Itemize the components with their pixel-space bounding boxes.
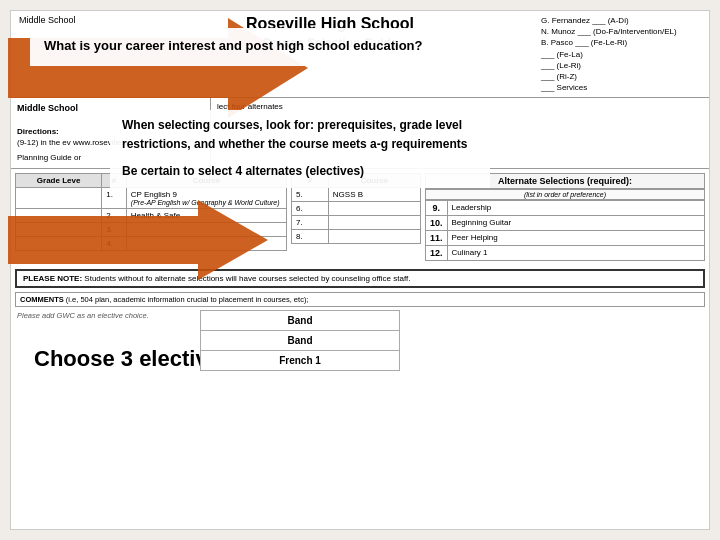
alt-row-12: 12. Culinary 1 xyxy=(426,245,705,260)
mid-num-5: 5. xyxy=(292,187,329,201)
counselor-line-2: N. Munoz ___ (Do-Fa/Intervention/EL) xyxy=(541,26,701,37)
course-name-1: CP English 9 xyxy=(131,190,282,199)
alt-num-10: 10. xyxy=(426,215,448,230)
mid-course-5: NGSS B xyxy=(328,187,420,201)
counselor-line-6: ___ (Ri-Z) xyxy=(541,71,701,82)
table-row: 7. xyxy=(292,215,421,229)
counselor-line-4: ___ (Fe-La) xyxy=(541,49,701,60)
counselor-line-1: G. Fernandez ___ (A-Di) xyxy=(541,15,701,26)
alt-course-10: Beginning Guitar xyxy=(447,215,704,230)
comments-section: COMMENTS (i.e, 504 plan, academic inform… xyxy=(15,292,705,307)
grade-level-header: Grade Leve xyxy=(16,173,102,187)
counselor-line-5: ___ (Le-Ri) xyxy=(541,60,701,71)
alt-row-10: 10. Beginning Guitar xyxy=(426,215,705,230)
alt-num-11: 11. xyxy=(426,230,448,245)
alt-course-9: Leadership xyxy=(447,200,704,215)
counselor-line-7: ___ Services xyxy=(541,82,701,93)
be-certain-text: Be certain to select 4 alternates (elect… xyxy=(122,162,478,181)
comments-label: COMMENTS xyxy=(20,295,64,304)
french-row: French 1 xyxy=(201,351,399,370)
band-row-2: Band xyxy=(201,331,399,351)
alt-row-11: 11. Peer Helping xyxy=(426,230,705,245)
table-row: 6. xyxy=(292,201,421,215)
mid-num-8: 8. xyxy=(292,229,329,243)
mid-course-8 xyxy=(328,229,420,243)
arrow-text-box: When selecting courses, look for: prereq… xyxy=(110,110,490,188)
mid-num-7: 7. xyxy=(292,215,329,229)
course-selection-overlay: Band Band French 1 xyxy=(200,310,400,371)
when-selecting-text: When selecting courses, look for: prereq… xyxy=(122,116,478,154)
band-row-1: Band xyxy=(201,311,399,331)
alt-row-9: 9. Leadership xyxy=(426,200,705,215)
alt-course-11: Peer Helping xyxy=(447,230,704,245)
header-right-info: G. Fernandez ___ (A-Di) N. Munoz ___ (Do… xyxy=(541,15,701,93)
speech-title-text: What is your career interest and post hi… xyxy=(44,36,436,56)
comments-text: (i.e, 504 plan, academic information cru… xyxy=(66,295,309,304)
mid-course-6 xyxy=(328,201,420,215)
mid-num-6: 6. xyxy=(292,201,329,215)
table-row: 5. NGSS B xyxy=(292,187,421,201)
alt-num-12: 12. xyxy=(426,245,448,260)
mid-course-7 xyxy=(328,215,420,229)
arrow1-content: When selecting courses, look for: prereq… xyxy=(122,118,467,151)
speech-overlay-box: What is your career interest and post hi… xyxy=(30,28,450,66)
alt-subheader: (list in order of preference) xyxy=(425,189,705,200)
table-row: 8. xyxy=(292,229,421,243)
orange-arrow-mid xyxy=(8,200,288,280)
alt-course-12: Culinary 1 xyxy=(447,245,704,260)
alt-table: 9. Leadership 10. Beginning Guitar 11. P… xyxy=(425,200,705,261)
svg-marker-1 xyxy=(8,200,268,280)
alt-num-9: 9. xyxy=(426,200,448,215)
counselor-line-3: B. Pasco ___ (Fe-Le-Ri) xyxy=(541,37,701,48)
